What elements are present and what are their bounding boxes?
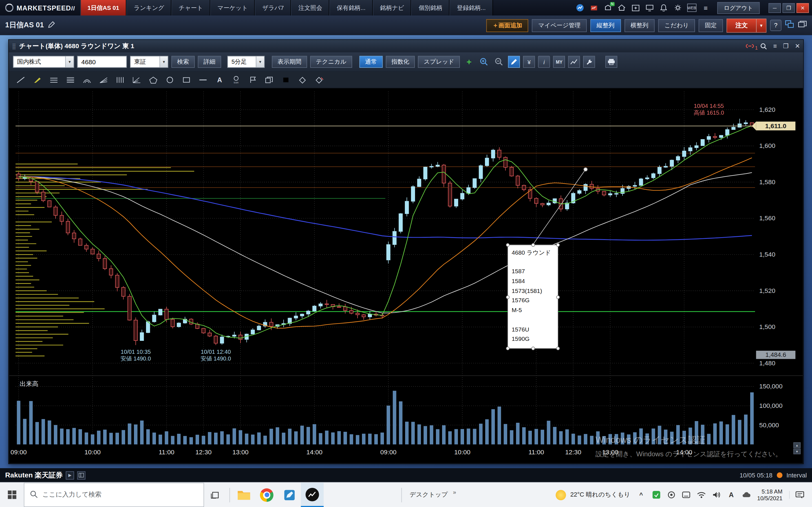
chrome-icon[interactable] xyxy=(255,483,278,507)
app-tab-market[interactable]: マーケット xyxy=(210,0,255,15)
maximize-icon[interactable]: ❐ xyxy=(783,43,789,50)
symbol-code-input[interactable] xyxy=(77,56,127,68)
app-tab-individual[interactable]: 個別銘柄 xyxy=(411,0,450,15)
my-chart-icon[interactable]: MY xyxy=(553,56,565,68)
weather-widget[interactable]: 22°C 晴れのちくもり xyxy=(556,490,630,500)
help-button[interactable]: ? xyxy=(770,20,781,31)
axis-scroll-up[interactable]: ▲ xyxy=(794,442,801,448)
ime-mode-indicator[interactable]: A xyxy=(727,491,735,499)
edit-pencil-icon[interactable] xyxy=(47,21,55,30)
flag-note-icon[interactable] xyxy=(246,74,259,86)
detail-button[interactable]: 詳細 xyxy=(198,56,221,68)
ellipse-icon[interactable] xyxy=(163,74,177,86)
settings-gear-icon[interactable] xyxy=(673,4,682,12)
selection-handle[interactable] xyxy=(506,347,509,350)
chart-plot-area[interactable]: 1,611.01,484.61,6201,6001,5801,5601,5401… xyxy=(9,89,803,463)
task-view-button[interactable] xyxy=(204,483,227,507)
file-explorer-icon[interactable] xyxy=(233,483,255,507)
taskbar-clock[interactable]: 5:18 AM 10/5/2021 xyxy=(757,488,782,502)
trendline-icon[interactable] xyxy=(14,74,28,86)
chart-window-header[interactable]: ⣿ チャート(単体) 4680 ラウンドワン 東 1 1 ≡ ❐ ✕ xyxy=(9,40,803,52)
parallel-lines-icon[interactable] xyxy=(47,74,61,86)
toolbar-expand-icon[interactable]: » xyxy=(453,489,456,495)
zoom-in-icon[interactable] xyxy=(478,56,490,68)
zoom-out-icon[interactable] xyxy=(493,56,505,68)
home-icon[interactable] xyxy=(617,4,626,12)
news-icon[interactable]: N xyxy=(603,4,612,12)
text-tool-icon[interactable]: A xyxy=(213,74,226,86)
market-alert-icon[interactable] xyxy=(589,4,599,12)
copy-object-icon[interactable] xyxy=(262,74,276,86)
app-tab-zaraba7[interactable]: ザラバ7 xyxy=(255,0,291,15)
info-icon[interactable]: i xyxy=(538,56,550,68)
erase-all-icon[interactable] xyxy=(312,74,326,86)
network-wifi-icon[interactable] xyxy=(697,492,705,498)
window-menu-icon[interactable]: ≡ xyxy=(773,43,777,50)
tile-horizontal-button[interactable]: 横整列 xyxy=(624,19,654,32)
mypage-manage-button[interactable]: マイページ管理 xyxy=(532,19,587,32)
close-window-icon[interactable]: ✕ xyxy=(795,43,800,50)
screen-share-icon[interactable] xyxy=(645,4,654,12)
kodawari-button[interactable]: こだわり xyxy=(658,19,695,32)
link-windows-icon[interactable] xyxy=(785,20,794,31)
eraser-icon[interactable] xyxy=(296,74,309,86)
selection-handle[interactable] xyxy=(506,243,509,247)
selection-handle[interactable] xyxy=(531,347,535,350)
add-compare-icon[interactable]: ＋ xyxy=(463,56,475,68)
chart-style-icon[interactable] xyxy=(568,56,580,68)
app-tab-stock-navi[interactable]: 銘柄ナビ xyxy=(373,0,411,15)
taskbar-search-input[interactable]: ここに入力して検索 xyxy=(24,483,204,507)
app-tab-chart[interactable]: チャート xyxy=(171,0,210,15)
drag-grip-icon[interactable]: ⣿ xyxy=(12,43,15,50)
cascade-windows-icon[interactable] xyxy=(798,20,807,31)
tray-app-icon-green[interactable] xyxy=(652,491,660,499)
selection-handle[interactable] xyxy=(556,347,560,350)
fan-lines-icon[interactable] xyxy=(97,74,110,86)
order-button[interactable]: 注文 ▼ xyxy=(726,18,766,33)
minimize-button[interactable]: ─ xyxy=(769,3,781,13)
app-tab-order-inquiry[interactable]: 注文照会 xyxy=(291,0,329,15)
add-screen-button[interactable]: ＋画面追加 xyxy=(486,19,529,32)
selection-handle[interactable] xyxy=(556,295,560,299)
feed-play-button[interactable]: ▶ xyxy=(66,471,74,479)
panel-toggle-button[interactable] xyxy=(77,471,86,479)
search-button[interactable]: 検索 xyxy=(171,56,195,68)
link-group-icon[interactable]: 1 xyxy=(746,43,754,48)
tray-app-icon-circle[interactable] xyxy=(667,491,675,499)
fill-square-icon[interactable] xyxy=(279,74,293,86)
restore-button[interactable]: ❐ xyxy=(782,3,795,13)
action-center-button[interactable] xyxy=(789,491,810,499)
app-tab-holdings[interactable]: 保有銘柄... xyxy=(329,0,373,15)
app-tab-ranking[interactable]: ランキング xyxy=(126,0,172,15)
technical-button[interactable]: テクニカル xyxy=(310,56,352,68)
selection-handle[interactable] xyxy=(506,295,509,299)
yen-display-icon[interactable]: ¥ xyxy=(523,56,535,68)
print-icon[interactable] xyxy=(606,56,617,68)
highlighter-icon[interactable] xyxy=(31,74,44,86)
vertical-lines-icon[interactable] xyxy=(113,74,127,86)
order-dropdown-arrow[interactable]: ▼ xyxy=(756,19,766,32)
close-button[interactable]: ✕ xyxy=(797,3,809,13)
desktop-toolbar[interactable]: デスクトップ » xyxy=(399,488,456,502)
tray-app-icon-box[interactable] xyxy=(682,492,690,498)
menu-icon[interactable]: ≡ xyxy=(701,4,710,12)
selection-handle[interactable] xyxy=(556,243,560,247)
tile-vertical-button[interactable]: 縦整列 xyxy=(591,19,620,32)
start-button[interactable] xyxy=(0,483,24,507)
stamp-icon[interactable]: icon xyxy=(230,74,243,86)
chart-info-tooltip[interactable]: 4680 ラウンド158715841573(1581)1576GM-51576U… xyxy=(507,245,558,349)
notes-app-icon[interactable] xyxy=(278,483,301,507)
search-icon[interactable] xyxy=(760,43,767,50)
price-chart[interactable]: 1,611.01,484.61,6201,6001,5801,5601,5401… xyxy=(9,89,803,463)
display-period-button[interactable]: 表示期間 xyxy=(272,56,307,68)
settings-wrench-icon[interactable] xyxy=(583,56,595,68)
fibonacci-arc-icon[interactable] xyxy=(80,74,94,86)
normal-mode-button[interactable]: 通常 xyxy=(359,56,383,68)
draw-mode-icon[interactable] xyxy=(508,56,520,68)
logout-button[interactable]: ログアウト xyxy=(717,2,760,13)
add-window-icon[interactable] xyxy=(631,4,640,12)
hidden-icons-chevron[interactable]: ^ xyxy=(637,491,645,499)
multi-lines-icon[interactable] xyxy=(64,74,77,86)
exchange-select[interactable]: 東証 ▼ xyxy=(130,56,168,68)
horizontal-line-icon[interactable] xyxy=(196,74,210,86)
